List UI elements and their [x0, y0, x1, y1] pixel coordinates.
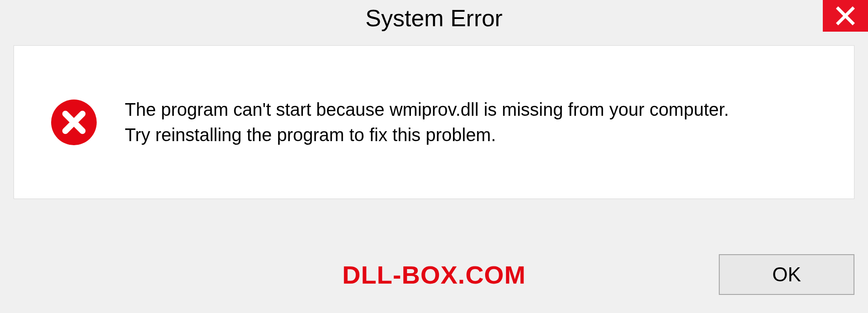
titlebar: System Error [0, 0, 868, 41]
watermark-text: DLL-BOX.COM [342, 260, 526, 289]
ok-button[interactable]: OK [719, 254, 854, 295]
error-icon [50, 99, 98, 146]
content-panel: The program can't start because wmiprov.… [14, 45, 854, 199]
close-icon [835, 6, 855, 26]
ok-button-label: OK [772, 263, 801, 286]
error-message: The program can't start because wmiprov.… [125, 97, 758, 147]
close-button[interactable] [823, 0, 868, 32]
window-title: System Error [365, 5, 502, 32]
footer: DLL-BOX.COM OK [14, 254, 854, 295]
